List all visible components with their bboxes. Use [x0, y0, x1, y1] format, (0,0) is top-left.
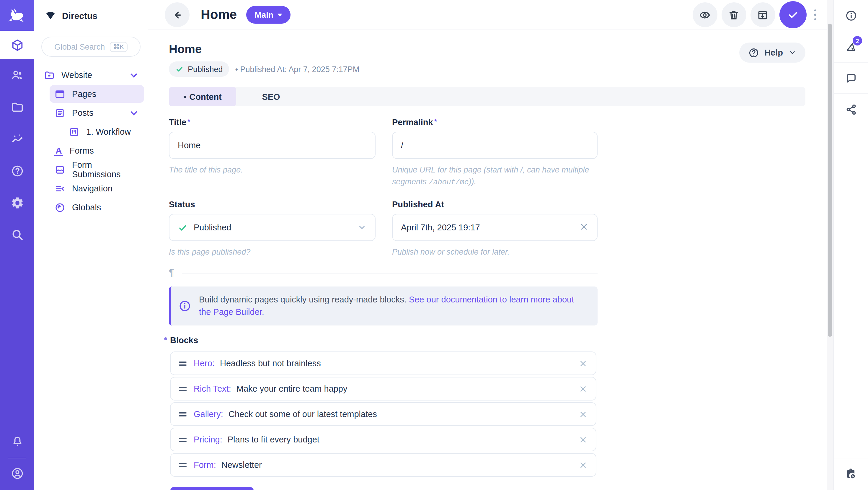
- scrollbar-thumb[interactable]: [828, 24, 832, 337]
- sidebar-item-globals[interactable]: Globals: [50, 198, 144, 216]
- cube-icon: [10, 38, 24, 52]
- insights-icon: [10, 132, 24, 146]
- module-search[interactable]: [0, 219, 34, 250]
- published-at-field[interactable]: April 7th, 2025 19:17: [392, 214, 597, 241]
- remove-block-button[interactable]: [579, 385, 588, 393]
- tab-content[interactable]: Content: [169, 87, 236, 106]
- status-select[interactable]: Published: [169, 214, 376, 241]
- main-content: Home Main: [148, 0, 827, 490]
- module-content[interactable]: [0, 31, 34, 59]
- arrow-left-icon: [171, 8, 183, 21]
- block-type-link[interactable]: Gallery:: [194, 410, 223, 419]
- title-label: Title*: [169, 118, 376, 127]
- module-settings[interactable]: [0, 187, 34, 219]
- remove-block-button[interactable]: [579, 435, 588, 444]
- block-type-link[interactable]: Rich Text:: [194, 384, 231, 394]
- status-badge: Published: [169, 61, 229, 77]
- global-search-input[interactable]: Global Search ⌘K: [41, 37, 141, 57]
- share-icon: [845, 103, 857, 116]
- drag-handle-icon[interactable]: [179, 387, 187, 391]
- sidebar-item-label: Forms: [70, 146, 94, 155]
- sidebar-item-navigation[interactable]: Navigation: [50, 180, 144, 197]
- status-hint: Is this page published?: [169, 246, 376, 258]
- check-small-icon: [175, 65, 184, 73]
- permalink-input[interactable]: [401, 141, 589, 150]
- block-row: Rich Text: Make your entire team happy: [170, 377, 596, 401]
- remove-block-button[interactable]: [579, 410, 588, 419]
- drag-handle-icon[interactable]: [179, 362, 187, 366]
- tab-seo[interactable]: SEO: [236, 87, 306, 106]
- archive-button[interactable]: [750, 2, 775, 27]
- preview-button[interactable]: [692, 2, 717, 27]
- directus-logo[interactable]: [0, 0, 34, 31]
- sidebar-item-posts[interactable]: Posts: [50, 104, 144, 122]
- sidebar-item-label: Pages: [72, 89, 96, 99]
- avatar-icon: [10, 466, 24, 480]
- chevron-down-icon: [128, 107, 140, 118]
- add-existing-button[interactable]: Add Existing: [170, 487, 254, 490]
- close-icon: [579, 435, 588, 444]
- info-banner: Build dynamic pages quickly using ready-…: [169, 287, 597, 326]
- project-header[interactable]: Directus: [34, 0, 148, 31]
- back-button[interactable]: [165, 2, 190, 27]
- help-button[interactable]: Help: [739, 42, 805, 63]
- version-dropdown[interactable]: Main: [246, 6, 290, 24]
- remove-block-button[interactable]: [579, 359, 588, 368]
- drag-handle-icon[interactable]: [179, 463, 187, 467]
- module-help[interactable]: [0, 155, 34, 187]
- module-insights[interactable]: [0, 123, 34, 155]
- page-body: Home Published • Published At: Apr 7, 20…: [148, 30, 827, 490]
- sidebar-item-website[interactable]: Website: [39, 66, 144, 84]
- globe-icon: [54, 202, 66, 213]
- banner-text: Build dynamic pages quickly using ready-…: [199, 295, 409, 305]
- pilcrow-icon[interactable]: ¶: [169, 267, 174, 279]
- sidebar-item-form-submissions[interactable]: Form Submissions: [50, 161, 144, 178]
- rabbit-logo-icon: [7, 5, 27, 25]
- sidebar-notifications-button[interactable]: 2: [834, 31, 868, 63]
- user-menu-button[interactable]: [0, 457, 34, 489]
- sidebar-item-forms[interactable]: A Forms: [50, 142, 144, 159]
- close-icon: [579, 222, 589, 231]
- eye-icon: [699, 8, 711, 21]
- comment-icon: [845, 72, 857, 84]
- clear-date-button[interactable]: [579, 222, 589, 233]
- page-title: Home: [201, 7, 237, 23]
- notifications-button[interactable]: [0, 425, 34, 457]
- sidebar-share-button[interactable]: [834, 94, 868, 125]
- published-meta: • Published At: Apr 7, 2025 7:17PM: [235, 65, 360, 73]
- article-icon: [54, 107, 66, 118]
- sidebar-revisions-button[interactable]: [834, 458, 868, 490]
- sidebar-comments-button[interactable]: [834, 63, 868, 94]
- form-grid: Title* Permalink* The title of this page…: [148, 106, 827, 258]
- letter-a-icon: A: [54, 146, 63, 156]
- remove-block-button[interactable]: [579, 461, 588, 470]
- block-type-link[interactable]: Pricing:: [194, 435, 222, 445]
- sidebar-item-workflow[interactable]: 1. Workflow: [64, 123, 144, 141]
- edited-dot: [164, 338, 167, 341]
- close-icon: [579, 461, 588, 470]
- sidebar-item-pages[interactable]: Pages: [50, 85, 144, 103]
- module-files[interactable]: [0, 91, 34, 123]
- unsaved-dot: [183, 95, 186, 98]
- divider: [182, 273, 597, 274]
- permalink-hint: Unique URL for this page (start with /, …: [392, 164, 597, 188]
- delete-button[interactable]: [721, 2, 746, 27]
- title-input[interactable]: [178, 141, 367, 150]
- more-options-button[interactable]: [810, 6, 819, 24]
- close-icon: [579, 359, 588, 368]
- kanban-icon: [68, 126, 80, 137]
- drag-handle-icon[interactable]: [179, 412, 187, 417]
- block-type-link[interactable]: Hero:: [194, 359, 215, 368]
- header-actions: [692, 1, 819, 28]
- trash-icon: [727, 8, 740, 21]
- block-type-link[interactable]: Form:: [194, 460, 216, 470]
- chevron-down-icon: [357, 223, 367, 232]
- chevron-down-icon: [788, 49, 797, 57]
- sidebar-item-label: 1. Workflow: [86, 127, 131, 136]
- sidebar-info-button[interactable]: [834, 0, 868, 31]
- drag-handle-icon[interactable]: [179, 438, 187, 442]
- browser-icon: [54, 88, 66, 99]
- module-users[interactable]: [0, 59, 34, 91]
- search-icon: [10, 228, 24, 241]
- save-button[interactable]: [779, 1, 806, 28]
